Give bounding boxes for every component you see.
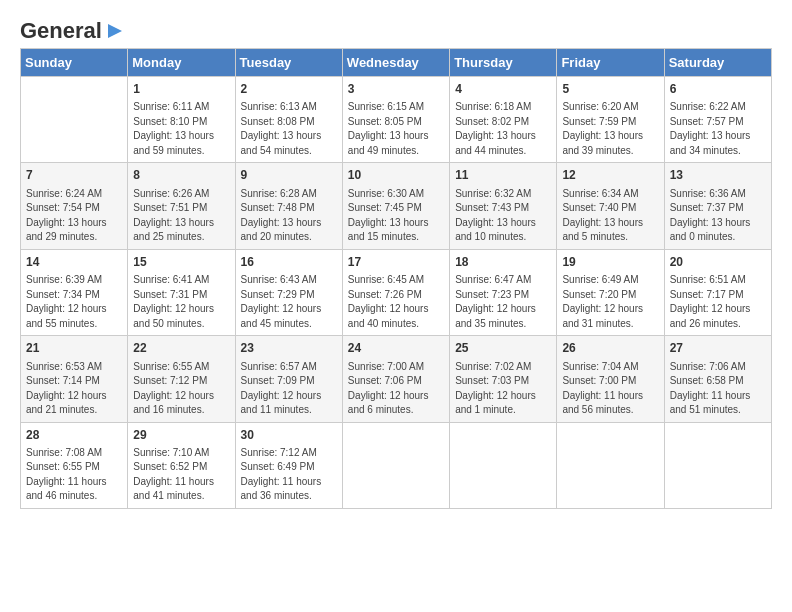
day-number: 14 xyxy=(26,254,122,271)
calendar-cell: 29Sunrise: 7:10 AM Sunset: 6:52 PM Dayli… xyxy=(128,422,235,508)
cell-content: Sunrise: 6:18 AM Sunset: 8:02 PM Dayligh… xyxy=(455,101,536,156)
day-number: 24 xyxy=(348,340,444,357)
calendar-cell: 24Sunrise: 7:00 AM Sunset: 7:06 PM Dayli… xyxy=(342,336,449,422)
calendar-cell xyxy=(664,422,771,508)
day-number: 11 xyxy=(455,167,551,184)
col-header-monday: Monday xyxy=(128,49,235,77)
day-number: 8 xyxy=(133,167,229,184)
day-number: 10 xyxy=(348,167,444,184)
cell-content: Sunrise: 6:28 AM Sunset: 7:48 PM Dayligh… xyxy=(241,188,322,243)
calendar-cell: 26Sunrise: 7:04 AM Sunset: 7:00 PM Dayli… xyxy=(557,336,664,422)
calendar-cell xyxy=(450,422,557,508)
week-row-5: 28Sunrise: 7:08 AM Sunset: 6:55 PM Dayli… xyxy=(21,422,772,508)
cell-content: Sunrise: 7:04 AM Sunset: 7:00 PM Dayligh… xyxy=(562,361,643,416)
calendar-cell: 30Sunrise: 7:12 AM Sunset: 6:49 PM Dayli… xyxy=(235,422,342,508)
day-number: 22 xyxy=(133,340,229,357)
calendar-cell: 1Sunrise: 6:11 AM Sunset: 8:10 PM Daylig… xyxy=(128,77,235,163)
day-number: 20 xyxy=(670,254,766,271)
calendar-cell: 15Sunrise: 6:41 AM Sunset: 7:31 PM Dayli… xyxy=(128,249,235,335)
day-number: 12 xyxy=(562,167,658,184)
cell-content: Sunrise: 6:53 AM Sunset: 7:14 PM Dayligh… xyxy=(26,361,107,416)
col-header-saturday: Saturday xyxy=(664,49,771,77)
day-number: 2 xyxy=(241,81,337,98)
cell-content: Sunrise: 6:47 AM Sunset: 7:23 PM Dayligh… xyxy=(455,274,536,329)
cell-content: Sunrise: 6:13 AM Sunset: 8:08 PM Dayligh… xyxy=(241,101,322,156)
calendar-cell: 19Sunrise: 6:49 AM Sunset: 7:20 PM Dayli… xyxy=(557,249,664,335)
cell-content: Sunrise: 6:11 AM Sunset: 8:10 PM Dayligh… xyxy=(133,101,214,156)
day-number: 21 xyxy=(26,340,122,357)
logo-arrow-icon xyxy=(104,20,126,42)
calendar-cell: 2Sunrise: 6:13 AM Sunset: 8:08 PM Daylig… xyxy=(235,77,342,163)
svg-marker-0 xyxy=(108,24,122,38)
calendar-cell: 27Sunrise: 7:06 AM Sunset: 6:58 PM Dayli… xyxy=(664,336,771,422)
calendar-cell: 9Sunrise: 6:28 AM Sunset: 7:48 PM Daylig… xyxy=(235,163,342,249)
calendar-cell: 28Sunrise: 7:08 AM Sunset: 6:55 PM Dayli… xyxy=(21,422,128,508)
calendar-cell: 3Sunrise: 6:15 AM Sunset: 8:05 PM Daylig… xyxy=(342,77,449,163)
calendar-cell: 11Sunrise: 6:32 AM Sunset: 7:43 PM Dayli… xyxy=(450,163,557,249)
calendar-cell: 4Sunrise: 6:18 AM Sunset: 8:02 PM Daylig… xyxy=(450,77,557,163)
calendar-cell: 7Sunrise: 6:24 AM Sunset: 7:54 PM Daylig… xyxy=(21,163,128,249)
col-header-friday: Friday xyxy=(557,49,664,77)
cell-content: Sunrise: 6:39 AM Sunset: 7:34 PM Dayligh… xyxy=(26,274,107,329)
cell-content: Sunrise: 6:15 AM Sunset: 8:05 PM Dayligh… xyxy=(348,101,429,156)
day-number: 29 xyxy=(133,427,229,444)
day-number: 6 xyxy=(670,81,766,98)
calendar-cell: 16Sunrise: 6:43 AM Sunset: 7:29 PM Dayli… xyxy=(235,249,342,335)
calendar-table: SundayMondayTuesdayWednesdayThursdayFrid… xyxy=(20,48,772,509)
cell-content: Sunrise: 6:49 AM Sunset: 7:20 PM Dayligh… xyxy=(562,274,643,329)
col-header-wednesday: Wednesday xyxy=(342,49,449,77)
calendar-cell: 14Sunrise: 6:39 AM Sunset: 7:34 PM Dayli… xyxy=(21,249,128,335)
day-number: 4 xyxy=(455,81,551,98)
col-header-sunday: Sunday xyxy=(21,49,128,77)
calendar-cell: 17Sunrise: 6:45 AM Sunset: 7:26 PM Dayli… xyxy=(342,249,449,335)
calendar-cell: 22Sunrise: 6:55 AM Sunset: 7:12 PM Dayli… xyxy=(128,336,235,422)
cell-content: Sunrise: 6:55 AM Sunset: 7:12 PM Dayligh… xyxy=(133,361,214,416)
week-row-4: 21Sunrise: 6:53 AM Sunset: 7:14 PM Dayli… xyxy=(21,336,772,422)
calendar-cell: 5Sunrise: 6:20 AM Sunset: 7:59 PM Daylig… xyxy=(557,77,664,163)
cell-content: Sunrise: 7:06 AM Sunset: 6:58 PM Dayligh… xyxy=(670,361,751,416)
day-number: 16 xyxy=(241,254,337,271)
day-number: 5 xyxy=(562,81,658,98)
cell-content: Sunrise: 6:34 AM Sunset: 7:40 PM Dayligh… xyxy=(562,188,643,243)
day-number: 26 xyxy=(562,340,658,357)
cell-content: Sunrise: 6:51 AM Sunset: 7:17 PM Dayligh… xyxy=(670,274,751,329)
col-header-thursday: Thursday xyxy=(450,49,557,77)
cell-content: Sunrise: 6:24 AM Sunset: 7:54 PM Dayligh… xyxy=(26,188,107,243)
day-number: 28 xyxy=(26,427,122,444)
cell-content: Sunrise: 6:32 AM Sunset: 7:43 PM Dayligh… xyxy=(455,188,536,243)
calendar-cell: 6Sunrise: 6:22 AM Sunset: 7:57 PM Daylig… xyxy=(664,77,771,163)
cell-content: Sunrise: 6:22 AM Sunset: 7:57 PM Dayligh… xyxy=(670,101,751,156)
cell-content: Sunrise: 6:30 AM Sunset: 7:45 PM Dayligh… xyxy=(348,188,429,243)
cell-content: Sunrise: 7:10 AM Sunset: 6:52 PM Dayligh… xyxy=(133,447,214,502)
header-row: SundayMondayTuesdayWednesdayThursdayFrid… xyxy=(21,49,772,77)
day-number: 30 xyxy=(241,427,337,444)
day-number: 17 xyxy=(348,254,444,271)
day-number: 19 xyxy=(562,254,658,271)
cell-content: Sunrise: 6:26 AM Sunset: 7:51 PM Dayligh… xyxy=(133,188,214,243)
calendar-cell: 12Sunrise: 6:34 AM Sunset: 7:40 PM Dayli… xyxy=(557,163,664,249)
day-number: 9 xyxy=(241,167,337,184)
calendar-cell xyxy=(557,422,664,508)
header: General xyxy=(20,20,772,38)
day-number: 18 xyxy=(455,254,551,271)
cell-content: Sunrise: 6:45 AM Sunset: 7:26 PM Dayligh… xyxy=(348,274,429,329)
col-header-tuesday: Tuesday xyxy=(235,49,342,77)
cell-content: Sunrise: 6:41 AM Sunset: 7:31 PM Dayligh… xyxy=(133,274,214,329)
day-number: 13 xyxy=(670,167,766,184)
day-number: 15 xyxy=(133,254,229,271)
calendar-cell: 13Sunrise: 6:36 AM Sunset: 7:37 PM Dayli… xyxy=(664,163,771,249)
cell-content: Sunrise: 7:12 AM Sunset: 6:49 PM Dayligh… xyxy=(241,447,322,502)
day-number: 1 xyxy=(133,81,229,98)
cell-content: Sunrise: 7:08 AM Sunset: 6:55 PM Dayligh… xyxy=(26,447,107,502)
calendar-cell: 10Sunrise: 6:30 AM Sunset: 7:45 PM Dayli… xyxy=(342,163,449,249)
calendar-cell: 23Sunrise: 6:57 AM Sunset: 7:09 PM Dayli… xyxy=(235,336,342,422)
calendar-cell xyxy=(21,77,128,163)
cell-content: Sunrise: 7:02 AM Sunset: 7:03 PM Dayligh… xyxy=(455,361,536,416)
calendar-cell: 25Sunrise: 7:02 AM Sunset: 7:03 PM Dayli… xyxy=(450,336,557,422)
week-row-1: 1Sunrise: 6:11 AM Sunset: 8:10 PM Daylig… xyxy=(21,77,772,163)
day-number: 27 xyxy=(670,340,766,357)
cell-content: Sunrise: 7:00 AM Sunset: 7:06 PM Dayligh… xyxy=(348,361,429,416)
calendar-cell: 18Sunrise: 6:47 AM Sunset: 7:23 PM Dayli… xyxy=(450,249,557,335)
calendar-cell: 21Sunrise: 6:53 AM Sunset: 7:14 PM Dayli… xyxy=(21,336,128,422)
cell-content: Sunrise: 6:20 AM Sunset: 7:59 PM Dayligh… xyxy=(562,101,643,156)
